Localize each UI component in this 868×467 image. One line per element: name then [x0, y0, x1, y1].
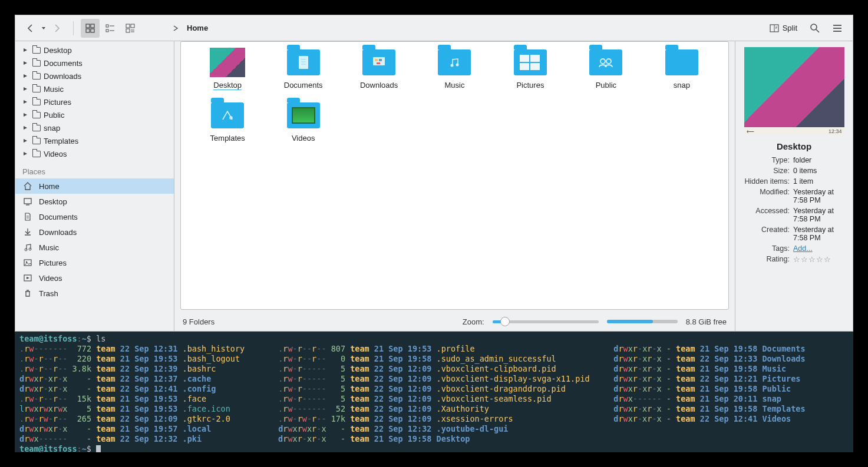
- rating-stars[interactable]: ☆☆☆☆☆: [793, 256, 831, 264]
- svg-rect-43: [520, 63, 529, 70]
- tree-item[interactable]: snap: [15, 121, 174, 134]
- tree-item-label: Templates: [44, 137, 78, 145]
- tree-item[interactable]: Public: [15, 108, 174, 121]
- details-view-button[interactable]: [121, 19, 140, 38]
- trash-icon: [22, 288, 33, 299]
- expand-icon[interactable]: [21, 112, 29, 117]
- tree-item[interactable]: Downloads: [15, 69, 174, 82]
- meta-value: Yesterday at 7:58 PM: [793, 207, 848, 223]
- search-icon: [810, 23, 820, 34]
- music-icon: [22, 242, 33, 253]
- tree-item[interactable]: Documents: [15, 57, 174, 69]
- place-downloads[interactable]: Downloads: [15, 224, 174, 240]
- place-trash[interactable]: Trash: [15, 286, 174, 301]
- expand-icon[interactable]: [21, 151, 29, 156]
- menu-button[interactable]: [828, 19, 847, 38]
- file-item[interactable]: Templates: [193, 101, 262, 143]
- expand-icon[interactable]: [21, 87, 29, 91]
- search-button[interactable]: [806, 19, 824, 38]
- file-item[interactable]: Downloads: [344, 48, 414, 90]
- meta-row: Rating:☆☆☆☆☆: [740, 254, 848, 265]
- file-item[interactable]: Documents: [268, 48, 338, 90]
- item-label: Public: [596, 81, 616, 90]
- zoom-slider[interactable]: [493, 317, 599, 326]
- meta-table: Type:folderSize:0 itemsHidden items:1 it…: [740, 155, 848, 265]
- svg-rect-2: [86, 29, 90, 32]
- folder-icon: [32, 71, 41, 81]
- svg-point-39: [451, 64, 454, 67]
- desktop-icon: [22, 196, 33, 207]
- meta-key: Accessed:: [740, 207, 793, 223]
- icon-view[interactable]: DesktopDocumentsDownloadsMusicPicturesPu…: [180, 41, 729, 310]
- item-icon: [210, 48, 245, 77]
- file-item[interactable]: snap: [647, 48, 717, 90]
- meta-value: 0 items: [793, 167, 848, 175]
- svg-rect-44: [530, 63, 540, 70]
- place-videos[interactable]: Videos: [15, 270, 174, 286]
- place-label: Desktop: [39, 197, 67, 206]
- place-pictures[interactable]: Pictures: [15, 255, 174, 270]
- expand-icon[interactable]: [21, 138, 29, 143]
- file-item[interactable]: Music: [420, 48, 489, 90]
- place-desktop[interactable]: Desktop: [15, 194, 174, 209]
- back-button[interactable]: [21, 19, 40, 38]
- place-label: Trash: [39, 289, 58, 298]
- downloads-icon: [22, 227, 33, 237]
- breadcrumb-root-icon[interactable]: [170, 25, 181, 31]
- item-label: Videos: [292, 134, 315, 143]
- file-item[interactable]: Desktop: [193, 48, 262, 90]
- meta-value: ☆☆☆☆☆: [793, 255, 848, 264]
- tree-item[interactable]: Pictures: [15, 95, 174, 108]
- meta-row: Size:0 items: [740, 165, 848, 176]
- folder-icon: [32, 123, 41, 133]
- expand-icon[interactable]: [21, 125, 29, 130]
- documents-icon: [22, 211, 33, 222]
- tree-item[interactable]: Music: [15, 82, 174, 95]
- forward-button[interactable]: [47, 19, 66, 38]
- svg-rect-3: [91, 29, 94, 32]
- terminal[interactable]: team@itsfoss:~$ ls .rw------- 772 team 2…: [15, 332, 853, 452]
- tree-item-label: snap: [44, 124, 60, 133]
- svg-rect-22: [24, 198, 31, 204]
- hamburger-icon: [832, 23, 843, 34]
- tree-item[interactable]: Desktop: [15, 44, 174, 57]
- place-documents[interactable]: Documents: [15, 209, 174, 224]
- item-icon: [286, 48, 321, 77]
- file-item[interactable]: Public: [571, 48, 641, 90]
- place-label: Downloads: [39, 228, 77, 237]
- svg-point-45: [600, 59, 605, 64]
- expand-icon[interactable]: [21, 61, 29, 65]
- place-home[interactable]: Home: [15, 178, 174, 194]
- home-icon: [22, 181, 33, 191]
- folder-icon: [32, 45, 41, 55]
- meta-row: Accessed:Yesterday at 7:58 PM: [740, 206, 848, 224]
- status-count: 9 Folders: [183, 317, 214, 326]
- place-label: Music: [39, 243, 59, 252]
- tree-item[interactable]: Templates: [15, 134, 174, 147]
- split-icon: [770, 24, 779, 33]
- add-tag-link[interactable]: Add...: [793, 244, 813, 253]
- svg-point-17: [811, 24, 817, 30]
- item-label: Downloads: [360, 81, 398, 90]
- split-button[interactable]: Split: [765, 19, 802, 38]
- expand-icon[interactable]: [21, 48, 29, 52]
- meta-row: Created:Yesterday at 7:58 PM: [740, 224, 848, 243]
- tree-item-label: Downloads: [44, 72, 81, 81]
- breadcrumb-current[interactable]: Home: [184, 24, 210, 32]
- meta-key: Rating:: [740, 255, 793, 264]
- compact-view-button[interactable]: [101, 19, 120, 38]
- file-item[interactable]: Videos: [268, 101, 338, 143]
- meta-key: Created:: [740, 226, 793, 242]
- tree-item[interactable]: Videos: [15, 147, 174, 160]
- svg-rect-0: [86, 24, 90, 28]
- place-music[interactable]: Music: [15, 240, 174, 255]
- item-icon: [210, 101, 245, 130]
- back-dropdown-icon[interactable]: [41, 27, 46, 29]
- places-list: HomeDesktopDocumentsDownloadsMusicPictur…: [15, 178, 174, 301]
- icons-view-button[interactable]: [81, 19, 100, 38]
- zoom-label: Zoom:: [463, 317, 484, 326]
- file-item[interactable]: Pictures: [496, 48, 565, 90]
- expand-icon[interactable]: [21, 74, 29, 78]
- svg-point-40: [456, 64, 459, 67]
- expand-icon[interactable]: [21, 100, 29, 104]
